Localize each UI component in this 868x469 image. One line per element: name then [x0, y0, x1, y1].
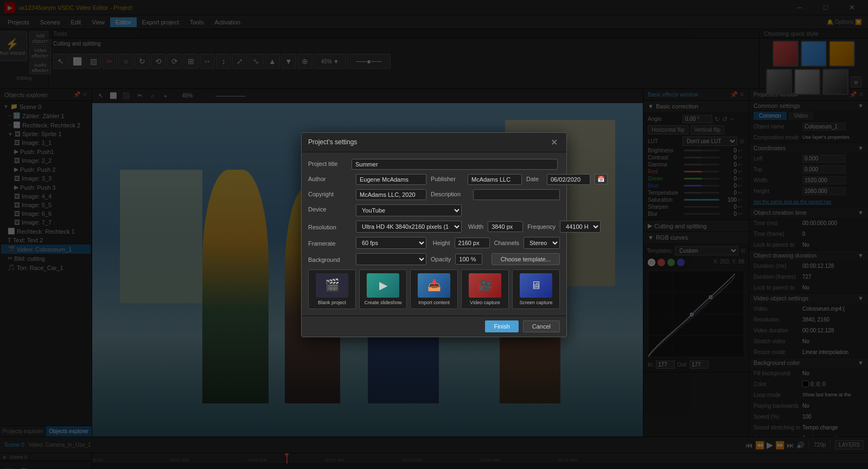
dialog-framerate-row: Framerate 60 fps Height Channels Stereo [308, 237, 560, 249]
modal-overlay: Project's settings ✕ Project title Autho… [0, 0, 868, 469]
template-import-icon: 📥 [418, 273, 450, 298]
channels-label: Channels [494, 240, 519, 246]
template-screen-capture-label: Screen capture [519, 300, 552, 305]
project-settings-dialog: Project's settings ✕ Project title Autho… [301, 132, 567, 337]
template-grid: 🎬 Blank project ▶ Create slideshow 📥 Imp… [308, 269, 560, 309]
dialog-resolution-row: Resolution Ultra HD 4K 3840x2160 pixels … [308, 221, 560, 233]
opacity-label: Opacity [431, 256, 451, 262]
height-label: Height [433, 240, 450, 246]
dialog-title-bar: Project's settings ✕ [302, 133, 566, 152]
dialog-close-button[interactable]: ✕ [548, 137, 560, 147]
framerate-label: Framerate [308, 239, 352, 247]
choose-template-button[interactable]: Choose template... [492, 253, 560, 265]
dialog-copyright-row: Copyright Description [308, 189, 560, 200]
opacity-input[interactable] [455, 254, 482, 265]
author-input[interactable] [356, 174, 426, 185]
frequency-label: Frequency [527, 223, 556, 230]
template-blank[interactable]: 🎬 Blank project [308, 269, 356, 309]
project-title-label: Project title [308, 159, 352, 167]
template-slideshow-icon: ▶ [367, 273, 399, 298]
template-video-capture[interactable]: 🎥 Video capture [461, 269, 509, 309]
date-input[interactable] [547, 174, 590, 185]
device-select[interactable]: YouTube [356, 204, 462, 216]
template-import-label: Import content [418, 300, 450, 305]
background-select[interactable] [356, 253, 426, 265]
dialog-footer: Finish Cancel [302, 316, 566, 337]
copyright-input[interactable] [356, 189, 426, 200]
finish-button[interactable]: Finish [485, 320, 518, 332]
width-label: Width [468, 223, 483, 230]
template-import[interactable]: 📥 Import content [410, 269, 458, 309]
device-label: Device [308, 204, 352, 213]
calendar-button[interactable]: 📅 [595, 174, 608, 184]
background-label: Background [308, 255, 352, 263]
template-video-capture-label: Video capture [470, 300, 500, 305]
frequency-select[interactable]: 44100 Hz [560, 221, 601, 233]
author-label: Author [308, 174, 352, 182]
template-screen-capture-icon: 🖥 [520, 273, 552, 298]
channels-select[interactable]: Stereo [524, 237, 560, 249]
template-screen-capture[interactable]: 🖥 Screen capture [512, 269, 560, 309]
resolution-select[interactable]: Ultra HD 4K 3840x2160 pixels (16 [356, 221, 462, 233]
width-input[interactable] [488, 221, 523, 232]
copyright-label: Copyright [308, 189, 352, 197]
template-slideshow[interactable]: ▶ Create slideshow [359, 269, 407, 309]
project-title-input[interactable] [352, 159, 558, 170]
cancel-button[interactable]: Cancel [523, 320, 560, 332]
dialog-author-row: Author Publisher Date 📅 [308, 174, 560, 185]
dialog-project-title-row: Project title [308, 159, 560, 170]
dialog-device-row: Device YouTube [308, 204, 560, 216]
dialog-background-row: Background Opacity Choose template... [308, 253, 560, 265]
dialog-body: Project title Author Publisher Date 📅 Co… [302, 152, 566, 316]
framerate-select[interactable]: 60 fps [356, 237, 426, 249]
template-blank-icon: 🎬 [316, 273, 348, 298]
dialog-title: Project's settings [308, 138, 357, 146]
publisher-input[interactable] [468, 174, 522, 185]
template-blank-label: Blank project [318, 300, 346, 305]
description-input[interactable] [473, 189, 560, 200]
publisher-label: Publisher [431, 174, 463, 182]
template-slideshow-label: Create slideshow [364, 300, 401, 305]
resolution-label: Resolution [308, 222, 352, 230]
template-video-capture-icon: 🎥 [469, 273, 501, 298]
height-input[interactable] [455, 237, 490, 248]
date-label: Date [526, 174, 542, 182]
description-label: Description [431, 189, 469, 197]
